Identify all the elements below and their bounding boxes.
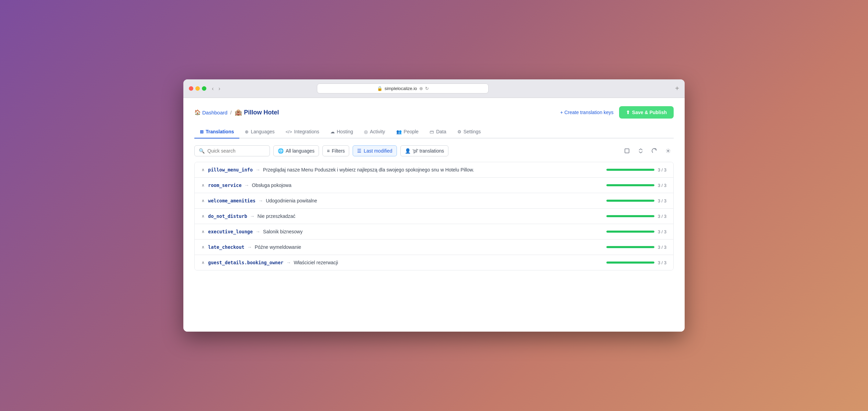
- translation-key[interactable]: guest_details.booking_owner: [208, 260, 283, 265]
- progress-section: 3 / 3: [606, 260, 666, 265]
- address-bar[interactable]: 🔒 simplelocalize.io ⊕ ↻: [317, 84, 489, 93]
- refresh-button[interactable]: [649, 145, 660, 156]
- translation-key[interactable]: late_checkout: [208, 244, 244, 250]
- translation-key[interactable]: welcome_amenities: [208, 198, 255, 203]
- filters-label: Filters: [332, 148, 345, 154]
- maximize-button[interactable]: [202, 86, 206, 91]
- translation-key[interactable]: executive_lounge: [208, 229, 253, 234]
- svg-rect-0: [625, 149, 629, 153]
- search-box[interactable]: 🔍: [194, 145, 270, 156]
- translation-key[interactable]: pillow_menu_info: [208, 167, 253, 173]
- progress-bar-container: [606, 262, 654, 264]
- integrations-tab-icon: </>: [286, 129, 292, 134]
- tab-people[interactable]: 👥 People: [391, 125, 424, 138]
- progress-section: 3 / 3: [606, 167, 666, 173]
- tab-languages[interactable]: ⊕ Languages: [239, 125, 280, 138]
- project-name: 🏨 Pillow Hotel: [235, 109, 279, 116]
- tab-hosting[interactable]: ☁ Hosting: [325, 125, 358, 138]
- chevron-icon[interactable]: ∧: [202, 229, 205, 234]
- tab-translations[interactable]: ⊞ Translations: [194, 125, 239, 138]
- last-modified-label: Last modified: [364, 148, 392, 154]
- upload-icon: ⬆: [626, 110, 630, 115]
- translation-key[interactable]: do_not_disturb: [208, 213, 247, 219]
- chevron-icon[interactable]: ∧: [202, 167, 205, 172]
- table-row: ∧ pillow_menu_info → Przeglądaj nasze Me…: [195, 162, 673, 178]
- back-button[interactable]: ‹: [210, 85, 215, 92]
- hosting-tab-label: Hosting: [337, 129, 353, 134]
- breadcrumb: 🏠 Dashboard / 🏨 Pillow Hotel + Create tr…: [194, 106, 674, 119]
- translations-list: ∧ pillow_menu_info → Przeglądaj nasze Me…: [194, 162, 674, 270]
- pl-translations-button[interactable]: 👤 'pl' translations: [400, 145, 449, 156]
- data-tab-label: Data: [436, 129, 446, 134]
- expand-icon-button[interactable]: [621, 145, 632, 156]
- toolbar: 🔍 🌐 All languages ≡ Filters ☰ Last modif…: [194, 145, 674, 156]
- new-tab-button[interactable]: +: [675, 85, 679, 92]
- progress-bar: [606, 262, 654, 264]
- save-publish-button[interactable]: ⬆ Save & Publish: [619, 106, 674, 119]
- progress-bar: [606, 184, 654, 186]
- settings-tab-icon: ⚙: [457, 129, 461, 134]
- table-row: ∧ executive_lounge → Salonik biznesowy 3…: [195, 224, 673, 240]
- table-row: ∧ late_checkout → Późne wymeldowanie 3 /…: [195, 240, 673, 255]
- url-text: simplelocalize.io: [385, 86, 417, 91]
- nav-buttons: ‹ ›: [210, 85, 222, 92]
- table-row: ∧ guest_details.booking_owner → Właścici…: [195, 255, 673, 270]
- reload-icon[interactable]: ↻: [425, 86, 429, 91]
- progress-count: 3 / 3: [658, 245, 666, 250]
- table-row: ∧ welcome_amenities → Udogodnienia powit…: [195, 193, 673, 209]
- toolbar-icons: [621, 145, 674, 156]
- tabs: ⊞ Translations ⊕ Languages </> Integrati…: [194, 125, 674, 138]
- forward-button[interactable]: ›: [217, 85, 221, 92]
- progress-bar: [606, 200, 654, 202]
- create-translation-keys-button[interactable]: + Create translation keys: [560, 110, 614, 115]
- languages-tab-icon: ⊕: [245, 129, 249, 134]
- chevron-icon[interactable]: ∧: [202, 198, 205, 203]
- close-button[interactable]: [189, 86, 193, 91]
- minimize-button[interactable]: [195, 86, 200, 91]
- browser-chrome: ‹ › 🔒 simplelocalize.io ⊕ ↻ +: [183, 79, 685, 98]
- progress-bar-container: [606, 169, 654, 171]
- translation-value: Salonik biznesowy: [263, 229, 302, 234]
- save-publish-label: Save & Publish: [632, 110, 667, 115]
- progress-count: 3 / 3: [658, 198, 666, 203]
- tab-data[interactable]: 🗃 Data: [424, 125, 452, 138]
- sort-icon: ☰: [357, 148, 362, 154]
- dashboard-link[interactable]: 🏠 Dashboard: [194, 109, 227, 115]
- all-languages-button[interactable]: 🌐 All languages: [273, 145, 319, 156]
- progress-bar-container: [606, 200, 654, 202]
- dashboard-label: Dashboard: [202, 110, 227, 115]
- progress-bar-container: [606, 215, 654, 217]
- filters-button[interactable]: ≡ Filters: [322, 145, 349, 156]
- progress-section: 3 / 3: [606, 229, 666, 234]
- hosting-tab-icon: ☁: [330, 129, 335, 134]
- last-modified-button[interactable]: ☰ Last modified: [353, 145, 397, 156]
- tab-settings[interactable]: ⚙ Settings: [452, 125, 487, 138]
- pl-translations-label: 'pl' translations: [413, 148, 444, 154]
- translation-key[interactable]: room_service: [208, 182, 242, 188]
- translation-value: Przeglądaj nasze Menu Poduszek i wybierz…: [263, 167, 474, 173]
- translate-icon: ⊕: [419, 86, 423, 91]
- data-tab-icon: 🗃: [430, 129, 434, 134]
- search-input[interactable]: [207, 148, 262, 154]
- progress-section: 3 / 3: [606, 183, 666, 188]
- translation-value: Udogodnienia powitalne: [266, 198, 317, 203]
- chevron-icon[interactable]: ∧: [202, 214, 205, 219]
- settings-button[interactable]: [663, 145, 674, 156]
- progress-bar: [606, 169, 654, 171]
- lock-icon: 🔒: [377, 86, 382, 91]
- progress-count: 3 / 3: [658, 229, 666, 234]
- tab-activity[interactable]: ◎ Activity: [358, 125, 390, 138]
- tab-integrations[interactable]: </> Integrations: [280, 125, 325, 138]
- translation-value: Późne wymeldowanie: [255, 244, 301, 250]
- progress-bar-container: [606, 246, 654, 248]
- activity-tab-label: Activity: [370, 129, 385, 134]
- progress-bar-container: [606, 184, 654, 186]
- collapse-all-button[interactable]: [635, 145, 646, 156]
- translations-tab-label: Translations: [206, 129, 234, 134]
- progress-section: 3 / 3: [606, 214, 666, 219]
- browser-window: ‹ › 🔒 simplelocalize.io ⊕ ↻ + 🏠 Dashboar…: [183, 79, 685, 332]
- chevron-icon[interactable]: ∧: [202, 183, 205, 188]
- chevron-icon[interactable]: ∧: [202, 260, 205, 265]
- chevron-icon[interactable]: ∧: [202, 245, 205, 249]
- progress-bar: [606, 246, 654, 248]
